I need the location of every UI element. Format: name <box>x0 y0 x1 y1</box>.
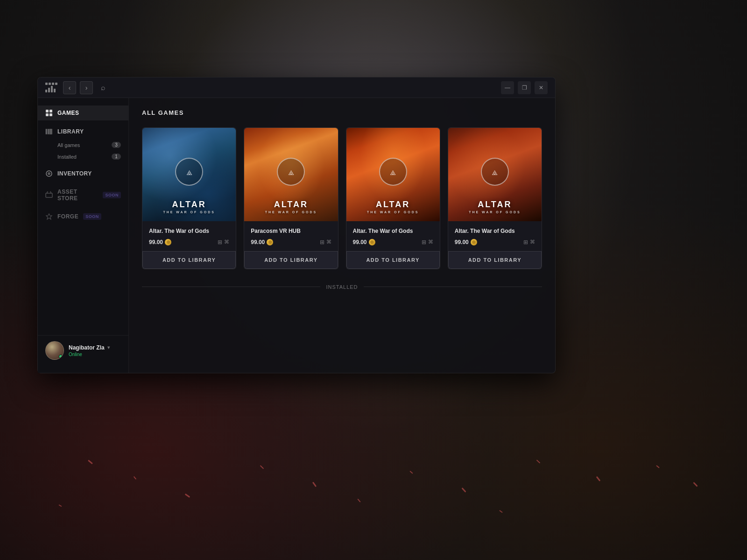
game-price-2: 99.00 ◎ <box>251 239 273 245</box>
asset-store-icon <box>45 191 53 199</box>
game-emblem-4: ⟁ <box>481 158 509 186</box>
game-cover-art-1: ⟁ ALTAR THE WAR OF GODS <box>142 128 236 221</box>
game-cover-label-2: ALTAR THE WAR OF GODS <box>244 200 338 214</box>
price-coin-icon-1: ◎ <box>165 239 171 245</box>
emblem-icon-2: ⟁ <box>288 166 294 178</box>
game-price-row-1: 99.00 ◎ ⊞ ⌘ <box>149 239 229 245</box>
maximize-button[interactable]: ❐ <box>518 81 531 94</box>
divider-line-right <box>364 287 542 287</box>
windows-icon-3: ⊞ <box>422 239 426 245</box>
add-to-library-button-2[interactable]: ADD TO LIBRARY <box>244 251 338 269</box>
app-logo <box>45 83 57 92</box>
logo-bar-2 <box>48 88 50 92</box>
windows-icon-2: ⊞ <box>320 239 324 245</box>
title-bar: ‹ › ⌕ — ❐ ✕ <box>38 77 555 98</box>
game-cover-art-2: ⟁ ALTAR THE WAR OF GODS <box>244 128 338 221</box>
game-card-2: ⟁ ALTAR THE WAR OF GODS Paracosm VR HUB … <box>244 127 338 269</box>
game-name-2: Paracosm VR HUB <box>251 228 331 235</box>
sidebar-item-inventory[interactable]: INVENTORY <box>38 166 128 181</box>
svg-rect-5 <box>48 129 49 134</box>
title-bar-left: ‹ › ⌕ <box>45 81 110 94</box>
asset-store-soon-badge: SOON <box>103 192 121 198</box>
apple-icon-4: ⌘ <box>530 239 535 245</box>
forge-label: FORGE <box>57 213 78 220</box>
svg-point-8 <box>48 172 50 175</box>
emblem-circle-4: ⟁ <box>481 158 509 186</box>
installed-section: Installed <box>142 284 542 290</box>
online-indicator <box>59 355 63 358</box>
svg-rect-6 <box>49 129 52 134</box>
user-info: Nagibator Zla ▾ Online <box>69 344 121 357</box>
games-label: GAMES <box>57 110 79 116</box>
svg-rect-0 <box>46 110 49 112</box>
add-to-library-button-4[interactable]: ADD TO LIBRARY <box>448 251 542 269</box>
chevron-down-icon: ▾ <box>107 345 110 350</box>
game-info-1: Altar. The War of Gods 99.00 ◎ ⊞ ⌘ <box>142 221 236 251</box>
price-coin-icon-4: ◎ <box>471 239 477 245</box>
back-button[interactable]: ‹ <box>63 81 76 94</box>
games-icon <box>45 109 53 117</box>
forge-soon-badge: SOON <box>83 213 101 220</box>
user-area[interactable]: Nagibator Zla ▾ Online <box>38 335 128 365</box>
sidebar-library-section: LIBRARY All games 3 Installed 1 <box>38 124 128 162</box>
logo-dot-1 <box>45 83 48 85</box>
emblem-icon-3: ⟁ <box>390 166 396 178</box>
game-subtitle-cover-3: THE WAR OF GODS <box>346 210 440 214</box>
sidebar-item-library[interactable]: LIBRARY <box>38 124 128 139</box>
svg-rect-9 <box>46 193 52 197</box>
game-title-cover-4: ALTAR <box>448 200 542 210</box>
windows-icon-1: ⊞ <box>218 239 222 245</box>
forge-icon <box>45 213 53 220</box>
forward-button[interactable]: › <box>80 81 93 94</box>
game-price-row-2: 99.00 ◎ ⊞ ⌘ <box>251 239 331 245</box>
window-controls: — ❐ ✕ <box>501 81 548 94</box>
sidebar-item-installed[interactable]: Installed 1 <box>38 151 128 162</box>
game-cover-art-4: ⟁ ALTAR THE WAR OF GODS <box>448 128 542 221</box>
game-price-4: 99.00 ◎ <box>455 239 477 245</box>
minimize-button[interactable]: — <box>501 81 514 94</box>
platform-icons-1: ⊞ ⌘ <box>218 239 229 245</box>
add-to-library-button-1[interactable]: ADD TO LIBRARY <box>142 251 236 269</box>
sidebar-item-asset-store[interactable]: ASSET STORE SOON <box>38 185 128 205</box>
add-to-library-button-3[interactable]: ADD TO LIBRARY <box>346 251 440 269</box>
svg-rect-4 <box>46 129 47 134</box>
svg-rect-2 <box>46 113 49 116</box>
divider-line-left <box>142 287 320 287</box>
page-title: ALL GAMES <box>142 109 542 116</box>
game-name-1: Altar. The War of Gods <box>149 228 229 235</box>
sidebar: GAMES LIBRARY All games <box>38 98 129 373</box>
sidebar-item-games[interactable]: GAMES <box>38 105 128 120</box>
app-window: ‹ › ⌕ — ❐ ✕ <box>37 77 556 373</box>
search-button[interactable]: ⌕ <box>97 81 110 94</box>
platform-icons-3: ⊞ ⌘ <box>422 239 433 245</box>
game-info-4: Altar. The War of Gods 99.00 ◎ ⊞ ⌘ <box>448 221 542 251</box>
asset-store-label: ASSET STORE <box>57 189 98 202</box>
sidebar-item-forge[interactable]: FORGE SOON <box>38 209 128 224</box>
game-card-3: ⟁ ALTAR THE WAR OF GODS Altar. The War o… <box>346 127 440 269</box>
game-info-3: Altar. The War of Gods 99.00 ◎ ⊞ ⌘ <box>346 221 440 251</box>
logo-dot-2 <box>49 83 51 85</box>
game-subtitle-cover-2: THE WAR OF GODS <box>244 210 338 214</box>
game-price-row-4: 99.00 ◎ ⊞ ⌘ <box>455 239 535 245</box>
platform-icons-4: ⊞ ⌘ <box>523 239 535 245</box>
logo-dot-3 <box>52 83 54 85</box>
apple-icon-2: ⌘ <box>326 239 331 245</box>
close-button[interactable]: ✕ <box>535 81 548 94</box>
platform-icons-2: ⊞ ⌘ <box>320 239 331 245</box>
emblem-circle-2: ⟁ <box>277 158 305 186</box>
game-price-1: 99.00 ◎ <box>149 239 171 245</box>
nav-controls: ‹ › ⌕ <box>63 81 110 94</box>
emblem-icon-4: ⟁ <box>492 166 498 178</box>
apple-icon-3: ⌘ <box>428 239 433 245</box>
game-name-4: Altar. The War of Gods <box>455 228 535 235</box>
game-cover-3: ⟁ ALTAR THE WAR OF GODS <box>346 128 440 221</box>
sidebar-asset-store-section: ASSET STORE SOON <box>38 185 128 205</box>
svg-rect-1 <box>49 110 52 112</box>
sidebar-item-all-games[interactable]: All games 3 <box>38 139 128 151</box>
username: Nagibator Zla <box>69 344 105 351</box>
installed-badge: 1 <box>112 154 121 160</box>
svg-rect-3 <box>49 113 52 116</box>
library-label: LIBRARY <box>57 128 84 135</box>
apple-icon-1: ⌘ <box>224 239 229 245</box>
emblem-circle-3: ⟁ <box>379 158 407 186</box>
